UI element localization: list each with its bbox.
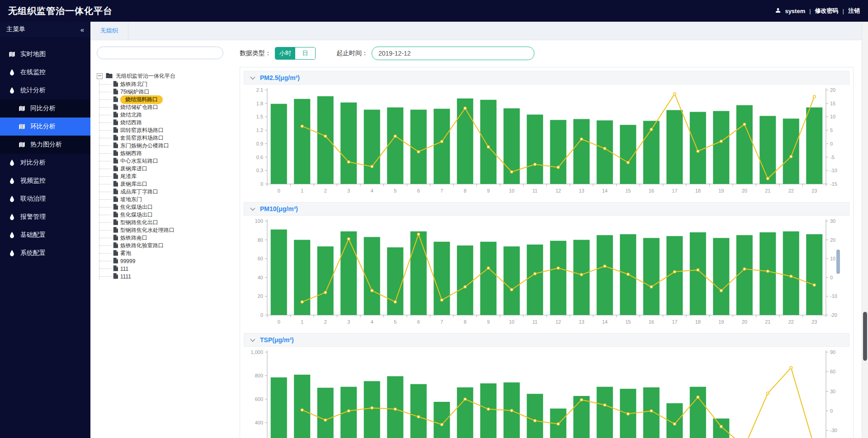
tree-node-2[interactable]: 烧结混料路口 — [99, 96, 235, 104]
tree-node-13[interactable]: 废钢库出口 — [99, 180, 235, 188]
window-scrollbar-thumb[interactable] — [863, 312, 867, 361]
svg-text:14: 14 — [602, 188, 608, 193]
tab-wuzuzhi[interactable]: 无组织 — [90, 22, 128, 40]
tree-node-label: 烧结北路 — [120, 111, 142, 119]
file-icon — [113, 96, 118, 104]
tree-node-14[interactable]: 成品库丁字路口 — [99, 188, 235, 196]
svg-text:10: 10 — [830, 114, 835, 119]
svg-text:100: 100 — [255, 218, 263, 224]
tree-search-input[interactable] — [97, 47, 223, 59]
svg-text:600: 600 — [255, 396, 263, 402]
menu-item-label: 同比分析 — [30, 104, 56, 113]
tree-node-10[interactable]: 中心水泵站路口 — [99, 157, 235, 165]
file-icon — [113, 219, 118, 226]
tree-node-25[interactable]: 1111 — [99, 273, 235, 280]
sidebar-item-0[interactable]: 实时地图 — [0, 45, 90, 63]
svg-text:13: 13 — [579, 319, 584, 325]
svg-text:0.6: 0.6 — [256, 155, 263, 160]
sidebar-item-4[interactable]: 视频监控 — [0, 172, 90, 190]
tree-node-15[interactable]: 坡地东门 — [99, 196, 235, 203]
tree-node-21[interactable]: 炼铁路化验室路口 — [99, 242, 235, 250]
svg-text:21: 21 — [765, 188, 770, 193]
day-button[interactable]: 日 — [295, 47, 315, 59]
tree-node-24[interactable]: 111 — [99, 265, 235, 273]
svg-text:-10: -10 — [830, 168, 837, 173]
tree-node-label: 1111 — [120, 273, 131, 280]
svg-text:6: 6 — [417, 188, 420, 193]
svg-text:0: 0 — [260, 181, 263, 187]
tree-node-7[interactable]: 套筒窑原料场路口 — [99, 134, 235, 142]
svg-text:0: 0 — [278, 188, 280, 193]
tree-node-18[interactable]: 型钢路焦化出口 — [99, 219, 235, 226]
sidebar-subitem-2-2[interactable]: 热力图分析 — [0, 136, 90, 154]
username[interactable]: system — [785, 8, 805, 14]
file-icon — [113, 227, 118, 234]
tree-node-label: 型钢路焦化出口 — [120, 219, 158, 226]
tree-node-12[interactable]: 尾渣库 — [99, 173, 235, 180]
sidebar-item-7[interactable]: 基础配置 — [0, 226, 90, 244]
tree-node-9[interactable]: 炼钢西路 — [99, 150, 235, 157]
tree-root-node[interactable]: 无组织监管治一体化平台 — [97, 72, 235, 80]
sidebar-item-8[interactable]: 系统配置 — [0, 244, 90, 262]
charts-container: PM2.5(μg/m³)00.30.60.91.21.51.82.1-15-10… — [240, 67, 854, 438]
sidebar-item-1[interactable]: 在线监控 — [0, 63, 90, 81]
tree-node-17[interactable]: 焦化煤场出口 — [99, 211, 235, 219]
chart-title: PM10(μg/m³) — [260, 205, 298, 212]
tree-node-23[interactable]: 99999 — [99, 257, 235, 265]
menu-item-label: 在线监控 — [20, 68, 46, 76]
data-type-label: 数据类型： — [240, 49, 271, 57]
header-separator: | — [843, 8, 844, 14]
change-password-link[interactable]: 修改密码 — [815, 7, 839, 15]
file-icon — [113, 242, 118, 250]
chart-panel-header-2[interactable]: TSP(μg/m³) — [244, 333, 849, 347]
chart-panel-header-1[interactable]: PM10(μg/m³) — [244, 202, 849, 216]
window-scrollbar[interactable] — [862, 22, 868, 438]
svg-text:19: 19 — [718, 319, 724, 325]
svg-text:4: 4 — [371, 188, 373, 193]
sidebar-item-2[interactable]: 统计分析 — [0, 81, 90, 99]
tree-node-8[interactable]: 东门炼钢办公楼路口 — [99, 142, 235, 150]
tree-node-16[interactable]: 焦化煤场出口 — [99, 203, 235, 211]
sidebar-subitem-2-0[interactable]: 同比分析 — [0, 99, 90, 118]
tree-node-5[interactable]: 烧结西路 — [99, 119, 235, 127]
hour-button[interactable]: 小时 — [275, 47, 295, 59]
tree-children: 炼铁路北门75t锅炉路口烧结混料路口烧结储矿仓路口烧结北路烧结西路回转窑原料场路… — [99, 80, 235, 280]
tree-node-6[interactable]: 回转窑原料场路口 — [99, 127, 235, 134]
content-scrollbar-thumb[interactable] — [836, 250, 840, 274]
svg-text:4: 4 — [371, 319, 373, 325]
tree-node-22[interactable]: 雾泡 — [99, 250, 235, 257]
file-icon — [113, 235, 118, 242]
sidebar-subitem-2-1[interactable]: 环比分析 — [0, 118, 90, 136]
folder-icon — [106, 73, 113, 80]
date-range-input[interactable] — [372, 47, 534, 60]
sidebar-item-6[interactable]: 报警管理 — [0, 208, 90, 226]
drop-icon — [8, 196, 15, 202]
sidebar-submenu: 同比分析环比分析热力图分析 — [0, 99, 90, 154]
logout-link[interactable]: 注销 — [848, 7, 860, 15]
sidebar-item-3[interactable]: 对比分析 — [0, 154, 90, 172]
chart-title: PM2.5(μg/m³) — [260, 74, 300, 81]
tree-node-label: 雾泡 — [120, 250, 131, 257]
tree-node-11[interactable]: 废钢库进口 — [99, 165, 235, 173]
menu-item-label: 报警管理 — [20, 213, 46, 221]
app-title: 无组织监管治一体化平台 — [8, 5, 113, 17]
svg-text:20: 20 — [830, 87, 835, 93]
tree-node-19[interactable]: 型钢路焦化水处理路口 — [99, 226, 235, 234]
svg-text:5: 5 — [394, 319, 396, 325]
menu-item-label: 环比分析 — [30, 122, 56, 131]
file-icon — [113, 181, 118, 188]
file-icon — [113, 104, 118, 111]
sidebar-item-5[interactable]: 联动治理 — [0, 190, 90, 208]
drop-icon — [8, 250, 15, 256]
menu-item-label: 基础配置 — [20, 231, 46, 239]
sidebar-collapse-icon[interactable]: « — [80, 26, 84, 33]
tree-node-3[interactable]: 烧结储矿仓路口 — [99, 104, 235, 111]
tree-node-4[interactable]: 烧结北路 — [99, 111, 235, 119]
menu-item-label: 对比分析 — [20, 159, 46, 167]
chart-panel-header-0[interactable]: PM2.5(μg/m³) — [244, 71, 849, 85]
tree-collapse-icon[interactable] — [97, 73, 103, 79]
tab-bar: 无组织 — [90, 22, 868, 40]
tree-node-20[interactable]: 炼铁路南口 — [99, 234, 235, 242]
tree-node-1[interactable]: 75t锅炉路口 — [99, 88, 235, 96]
tree-node-0[interactable]: 炼铁路北门 — [99, 80, 235, 88]
